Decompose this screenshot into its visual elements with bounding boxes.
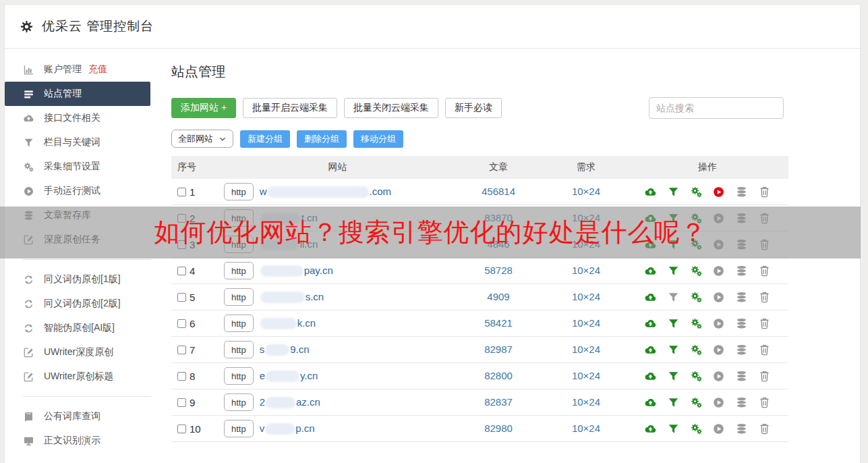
play-icon[interactable] [712, 265, 725, 277]
database-icon[interactable] [735, 370, 748, 383]
play-icon[interactable] [712, 370, 725, 383]
funnel-icon[interactable] [667, 396, 680, 409]
funnel-icon[interactable] [667, 186, 680, 198]
demand-link[interactable]: 10×24 [572, 370, 600, 381]
row-checkbox[interactable] [177, 319, 186, 328]
trash-icon[interactable] [758, 396, 771, 409]
cloud-upload-icon[interactable] [644, 344, 657, 356]
cloud-upload-icon[interactable] [644, 423, 657, 435]
site-domain-link[interactable]: ey.cn [260, 370, 318, 383]
database-icon[interactable] [735, 265, 748, 277]
sidebar-item-monitor-icon[interactable]: 正文识别演示 [5, 429, 150, 453]
site-domain-link[interactable]: 2az.cn [260, 396, 320, 409]
database-icon[interactable] [735, 396, 748, 409]
trash-icon[interactable] [758, 370, 771, 383]
articles-count-link[interactable]: 82800 [484, 370, 513, 381]
row-checkbox[interactable] [177, 267, 186, 275]
database-icon[interactable] [735, 317, 748, 330]
sidebar-item-funnel-icon[interactable]: 栏目与关键词 [5, 130, 150, 155]
row-checkbox[interactable] [177, 293, 186, 302]
gears-icon[interactable] [690, 317, 703, 330]
play-icon[interactable] [712, 423, 725, 435]
trash-icon[interactable] [758, 344, 771, 356]
site-domain-link[interactable]: k.cn [260, 317, 316, 330]
play-icon[interactable] [712, 317, 725, 330]
articles-count-link[interactable]: 456814 [482, 186, 515, 197]
new-group-button[interactable]: 新建分组 [240, 130, 290, 148]
cloud-upload-icon[interactable] [644, 317, 657, 330]
sidebar-item-list-icon[interactable]: 站点管理 [5, 82, 150, 106]
cloud-upload-icon[interactable] [644, 370, 657, 383]
site-domain-link[interactable]: vp.cn [260, 423, 315, 435]
move-group-button[interactable]: 移动分组 [353, 130, 403, 148]
funnel-icon[interactable] [667, 370, 680, 383]
sidebar-item-pen-icon[interactable]: UWriter深度原创 [5, 340, 150, 364]
site-domain-link[interactable]: w.com [260, 186, 391, 198]
sidebar-item-gears-icon[interactable]: 采集细节设置 [5, 155, 150, 179]
articles-count-link[interactable]: 58421 [484, 317, 513, 329]
http-protocol-button[interactable]: http [224, 367, 254, 385]
site-domain-link[interactable]: pay.cn [260, 265, 333, 277]
gears-icon[interactable] [690, 396, 703, 409]
row-checkbox[interactable] [177, 188, 186, 196]
trash-icon[interactable] [758, 265, 771, 277]
articles-count-link[interactable]: 82987 [484, 344, 513, 355]
gears-icon[interactable] [690, 186, 703, 198]
batch-enable-cloud-button[interactable]: 批量开启云端采集 [243, 98, 337, 118]
play-icon[interactable] [712, 186, 725, 198]
demand-link[interactable]: 10×24 [572, 423, 600, 434]
newbie-guide-button[interactable]: 新手必读 [445, 98, 502, 118]
articles-count-link[interactable]: 4909 [487, 291, 509, 302]
http-protocol-button[interactable]: http [224, 420, 254, 437]
funnel-icon[interactable] [667, 423, 680, 435]
site-search-input[interactable] [649, 97, 784, 119]
batch-disable-cloud-button[interactable]: 批量关闭云端采集 [344, 98, 438, 118]
row-checkbox[interactable] [177, 346, 186, 354]
funnel-icon[interactable] [667, 344, 680, 356]
sidebar-item-refresh-icon[interactable]: 智能伪原创[AI版] [5, 316, 150, 340]
sidebar-item-refresh-icon[interactable]: 同义词伪原创[2版] [5, 292, 150, 316]
row-checkbox[interactable] [177, 398, 186, 407]
sidebar-item-book-icon[interactable]: 公有词库查询 [5, 404, 150, 429]
sidebar-item-play-icon[interactable]: 手动运行测试 [5, 179, 150, 203]
gears-icon[interactable] [690, 265, 703, 277]
play-icon[interactable] [712, 396, 725, 409]
sidebar-item-bar-chart-icon[interactable]: 账户管理 充值 [5, 57, 150, 82]
group-filter-select[interactable]: 全部网站 [171, 130, 233, 148]
demand-link[interactable]: 10×24 [572, 396, 600, 408]
gears-icon[interactable] [690, 370, 703, 383]
play-icon[interactable] [712, 291, 725, 304]
gears-icon[interactable] [690, 344, 703, 356]
funnel-icon[interactable] [667, 265, 680, 277]
delete-group-button[interactable]: 删除分组 [297, 130, 347, 148]
funnel-icon[interactable] [667, 291, 680, 304]
site-domain-link[interactable]: s.cn [260, 291, 324, 304]
trash-icon[interactable] [758, 317, 771, 330]
add-site-button[interactable]: 添加网站 + [171, 98, 236, 118]
http-protocol-button[interactable]: http [224, 288, 254, 306]
database-icon[interactable] [735, 344, 748, 356]
articles-count-link[interactable]: 58728 [484, 265, 513, 276]
trash-icon[interactable] [758, 186, 771, 198]
cloud-upload-icon[interactable] [644, 291, 657, 304]
cloud-upload-icon[interactable] [644, 396, 657, 409]
trash-icon[interactable] [758, 423, 771, 435]
cloud-upload-icon[interactable] [644, 265, 657, 277]
site-domain-link[interactable]: s9.cn [260, 344, 310, 356]
recharge-link[interactable]: 充值 [88, 63, 107, 76]
database-icon[interactable] [735, 186, 748, 198]
articles-count-link[interactable]: 82837 [484, 396, 513, 408]
gears-icon[interactable] [690, 291, 703, 304]
http-protocol-button[interactable]: http [224, 262, 254, 279]
cloud-upload-icon[interactable] [644, 186, 657, 198]
database-icon[interactable] [735, 291, 748, 304]
http-protocol-button[interactable]: http [224, 183, 254, 200]
http-protocol-button[interactable]: http [224, 393, 254, 411]
play-icon[interactable] [712, 344, 725, 356]
sidebar-item-pen-icon[interactable]: UWriter原创标题 [5, 364, 150, 389]
demand-link[interactable]: 10×24 [572, 186, 600, 197]
demand-link[interactable]: 10×24 [572, 265, 600, 276]
demand-link[interactable]: 10×24 [572, 291, 600, 302]
articles-count-link[interactable]: 82980 [484, 423, 513, 434]
demand-link[interactable]: 10×24 [572, 344, 600, 355]
